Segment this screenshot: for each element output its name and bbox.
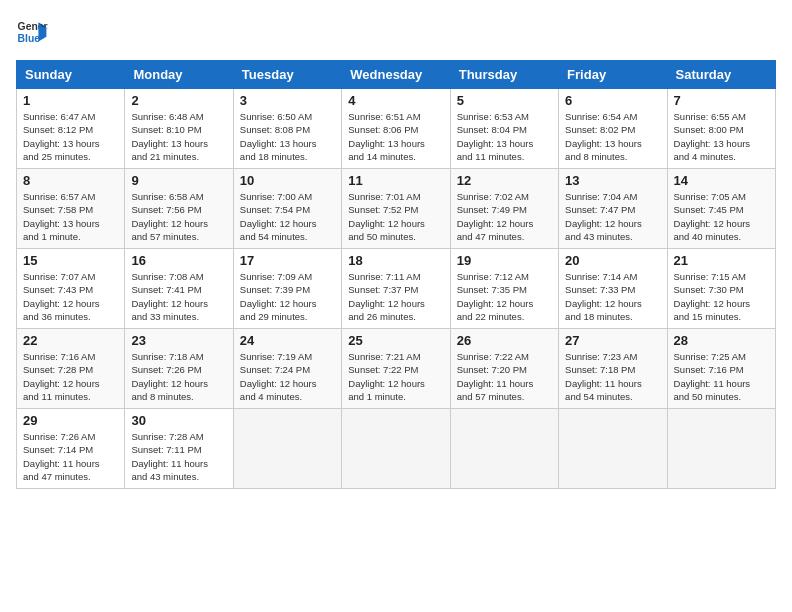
day-info: Sunrise: 6:55 AM Sunset: 8:00 PM Dayligh… [674, 110, 769, 163]
day-info: Sunrise: 7:26 AM Sunset: 7:14 PM Dayligh… [23, 430, 118, 483]
day-info: Sunrise: 6:50 AM Sunset: 8:08 PM Dayligh… [240, 110, 335, 163]
day-number: 12 [457, 173, 552, 188]
day-cell-10: 10Sunrise: 7:00 AM Sunset: 7:54 PM Dayli… [233, 169, 341, 249]
day-info: Sunrise: 6:47 AM Sunset: 8:12 PM Dayligh… [23, 110, 118, 163]
day-number: 30 [131, 413, 226, 428]
day-info: Sunrise: 7:18 AM Sunset: 7:26 PM Dayligh… [131, 350, 226, 403]
day-info: Sunrise: 6:58 AM Sunset: 7:56 PM Dayligh… [131, 190, 226, 243]
week-row-2: 8Sunrise: 6:57 AM Sunset: 7:58 PM Daylig… [17, 169, 776, 249]
col-header-monday: Monday [125, 61, 233, 89]
empty-cell [342, 409, 450, 489]
empty-cell [559, 409, 667, 489]
day-info: Sunrise: 7:14 AM Sunset: 7:33 PM Dayligh… [565, 270, 660, 323]
day-cell-4: 4Sunrise: 6:51 AM Sunset: 8:06 PM Daylig… [342, 89, 450, 169]
day-number: 19 [457, 253, 552, 268]
day-info: Sunrise: 7:25 AM Sunset: 7:16 PM Dayligh… [674, 350, 769, 403]
day-number: 10 [240, 173, 335, 188]
day-info: Sunrise: 7:11 AM Sunset: 7:37 PM Dayligh… [348, 270, 443, 323]
week-row-1: 1Sunrise: 6:47 AM Sunset: 8:12 PM Daylig… [17, 89, 776, 169]
empty-cell [233, 409, 341, 489]
day-info: Sunrise: 6:51 AM Sunset: 8:06 PM Dayligh… [348, 110, 443, 163]
day-cell-18: 18Sunrise: 7:11 AM Sunset: 7:37 PM Dayli… [342, 249, 450, 329]
day-number: 3 [240, 93, 335, 108]
day-number: 6 [565, 93, 660, 108]
day-cell-12: 12Sunrise: 7:02 AM Sunset: 7:49 PM Dayli… [450, 169, 558, 249]
day-number: 4 [348, 93, 443, 108]
day-cell-1: 1Sunrise: 6:47 AM Sunset: 8:12 PM Daylig… [17, 89, 125, 169]
col-header-tuesday: Tuesday [233, 61, 341, 89]
day-cell-7: 7Sunrise: 6:55 AM Sunset: 8:00 PM Daylig… [667, 89, 775, 169]
day-number: 20 [565, 253, 660, 268]
col-header-sunday: Sunday [17, 61, 125, 89]
day-cell-23: 23Sunrise: 7:18 AM Sunset: 7:26 PM Dayli… [125, 329, 233, 409]
day-number: 1 [23, 93, 118, 108]
day-info: Sunrise: 7:04 AM Sunset: 7:47 PM Dayligh… [565, 190, 660, 243]
day-number: 24 [240, 333, 335, 348]
svg-text:Blue: Blue [18, 33, 41, 44]
page-header: General Blue [16, 16, 776, 48]
day-info: Sunrise: 7:22 AM Sunset: 7:20 PM Dayligh… [457, 350, 552, 403]
day-cell-8: 8Sunrise: 6:57 AM Sunset: 7:58 PM Daylig… [17, 169, 125, 249]
day-number: 9 [131, 173, 226, 188]
empty-cell [450, 409, 558, 489]
col-header-thursday: Thursday [450, 61, 558, 89]
day-number: 26 [457, 333, 552, 348]
day-info: Sunrise: 7:00 AM Sunset: 7:54 PM Dayligh… [240, 190, 335, 243]
day-info: Sunrise: 7:23 AM Sunset: 7:18 PM Dayligh… [565, 350, 660, 403]
col-header-saturday: Saturday [667, 61, 775, 89]
day-info: Sunrise: 6:48 AM Sunset: 8:10 PM Dayligh… [131, 110, 226, 163]
day-number: 23 [131, 333, 226, 348]
day-cell-11: 11Sunrise: 7:01 AM Sunset: 7:52 PM Dayli… [342, 169, 450, 249]
day-number: 14 [674, 173, 769, 188]
day-number: 15 [23, 253, 118, 268]
day-number: 7 [674, 93, 769, 108]
day-number: 11 [348, 173, 443, 188]
day-number: 16 [131, 253, 226, 268]
day-cell-25: 25Sunrise: 7:21 AM Sunset: 7:22 PM Dayli… [342, 329, 450, 409]
day-number: 8 [23, 173, 118, 188]
day-number: 13 [565, 173, 660, 188]
logo: General Blue [16, 16, 48, 48]
day-info: Sunrise: 6:54 AM Sunset: 8:02 PM Dayligh… [565, 110, 660, 163]
day-info: Sunrise: 7:09 AM Sunset: 7:39 PM Dayligh… [240, 270, 335, 323]
day-info: Sunrise: 7:15 AM Sunset: 7:30 PM Dayligh… [674, 270, 769, 323]
week-row-3: 15Sunrise: 7:07 AM Sunset: 7:43 PM Dayli… [17, 249, 776, 329]
week-row-5: 29Sunrise: 7:26 AM Sunset: 7:14 PM Dayli… [17, 409, 776, 489]
day-number: 5 [457, 93, 552, 108]
day-cell-28: 28Sunrise: 7:25 AM Sunset: 7:16 PM Dayli… [667, 329, 775, 409]
day-info: Sunrise: 7:12 AM Sunset: 7:35 PM Dayligh… [457, 270, 552, 323]
day-cell-9: 9Sunrise: 6:58 AM Sunset: 7:56 PM Daylig… [125, 169, 233, 249]
day-number: 25 [348, 333, 443, 348]
day-number: 17 [240, 253, 335, 268]
day-cell-6: 6Sunrise: 6:54 AM Sunset: 8:02 PM Daylig… [559, 89, 667, 169]
col-header-wednesday: Wednesday [342, 61, 450, 89]
day-cell-14: 14Sunrise: 7:05 AM Sunset: 7:45 PM Dayli… [667, 169, 775, 249]
day-cell-17: 17Sunrise: 7:09 AM Sunset: 7:39 PM Dayli… [233, 249, 341, 329]
day-number: 28 [674, 333, 769, 348]
day-info: Sunrise: 6:57 AM Sunset: 7:58 PM Dayligh… [23, 190, 118, 243]
day-info: Sunrise: 7:28 AM Sunset: 7:11 PM Dayligh… [131, 430, 226, 483]
day-info: Sunrise: 7:01 AM Sunset: 7:52 PM Dayligh… [348, 190, 443, 243]
day-number: 22 [23, 333, 118, 348]
day-cell-30: 30Sunrise: 7:28 AM Sunset: 7:11 PM Dayli… [125, 409, 233, 489]
day-info: Sunrise: 6:53 AM Sunset: 8:04 PM Dayligh… [457, 110, 552, 163]
day-info: Sunrise: 7:16 AM Sunset: 7:28 PM Dayligh… [23, 350, 118, 403]
col-header-friday: Friday [559, 61, 667, 89]
day-cell-27: 27Sunrise: 7:23 AM Sunset: 7:18 PM Dayli… [559, 329, 667, 409]
day-number: 29 [23, 413, 118, 428]
calendar-table: SundayMondayTuesdayWednesdayThursdayFrid… [16, 60, 776, 489]
day-cell-5: 5Sunrise: 6:53 AM Sunset: 8:04 PM Daylig… [450, 89, 558, 169]
day-info: Sunrise: 7:05 AM Sunset: 7:45 PM Dayligh… [674, 190, 769, 243]
empty-cell [667, 409, 775, 489]
day-cell-15: 15Sunrise: 7:07 AM Sunset: 7:43 PM Dayli… [17, 249, 125, 329]
calendar-header-row: SundayMondayTuesdayWednesdayThursdayFrid… [17, 61, 776, 89]
day-cell-19: 19Sunrise: 7:12 AM Sunset: 7:35 PM Dayli… [450, 249, 558, 329]
week-row-4: 22Sunrise: 7:16 AM Sunset: 7:28 PM Dayli… [17, 329, 776, 409]
day-cell-29: 29Sunrise: 7:26 AM Sunset: 7:14 PM Dayli… [17, 409, 125, 489]
day-number: 18 [348, 253, 443, 268]
day-cell-24: 24Sunrise: 7:19 AM Sunset: 7:24 PM Dayli… [233, 329, 341, 409]
day-number: 2 [131, 93, 226, 108]
day-number: 27 [565, 333, 660, 348]
day-number: 21 [674, 253, 769, 268]
day-cell-20: 20Sunrise: 7:14 AM Sunset: 7:33 PM Dayli… [559, 249, 667, 329]
